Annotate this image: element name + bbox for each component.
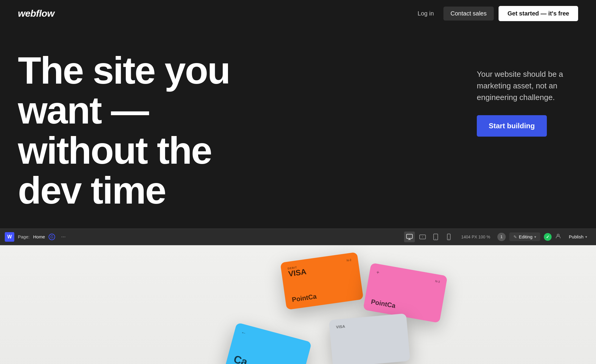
editor-bar: W Page: Home ··· 1404 PX 100 % 1 ✎: [0, 229, 596, 245]
svg-point-2: [422, 237, 423, 237]
hero-headline: The site you want — without the dev time: [18, 51, 262, 211]
logo[interactable]: webflow: [18, 8, 55, 19]
publish-button[interactable]: Publish ▾: [565, 232, 591, 241]
svg-point-6: [448, 239, 449, 239]
hero-right: Your website should be a marketing asset…: [465, 51, 578, 137]
publish-chevron-icon: ▾: [585, 235, 587, 239]
svg-rect-0: [406, 234, 412, 238]
card-orange: DEBIT VISA N-2 PointCa: [280, 252, 364, 310]
refresh-icon[interactable]: [49, 234, 55, 240]
navbar: webflow Log in Contact sales Get started…: [0, 0, 596, 27]
card-plus-icon: +: [376, 269, 380, 276]
card-gray: VISA: [329, 313, 410, 364]
tablet-portrait-viewport-button[interactable]: [430, 232, 441, 242]
card-name-blue: Ca: [232, 353, 298, 364]
cards-container: DEBIT VISA N-2 PointCa + N-3: [218, 245, 486, 364]
card-arrow-icon-blue: ←: [240, 329, 247, 337]
editing-mode-button[interactable]: ✎ Editing ▾: [509, 232, 540, 241]
svg-point-4: [435, 239, 436, 239]
card-blue: ← Ca: [225, 322, 312, 364]
viewport-dimensions: 1404 PX 100 %: [461, 235, 490, 239]
card-number-pink: N-3: [435, 279, 440, 283]
canvas-preview: DEBIT VISA N-2 PointCa + N-3: [0, 245, 596, 364]
editor-right-controls: 1 ✎ Editing ▾ Publish ▾: [497, 232, 591, 241]
chevron-down-icon: ▾: [534, 235, 536, 239]
tablet-landscape-viewport-button[interactable]: [417, 232, 428, 242]
publish-label: Publish: [569, 234, 583, 239]
desktop-viewport-button[interactable]: [404, 232, 415, 242]
webflow-logo-icon[interactable]: W: [5, 232, 14, 242]
start-building-button[interactable]: Start building: [477, 115, 547, 137]
viewport-controls: [404, 232, 454, 242]
card-visa-gray: VISA: [336, 324, 345, 329]
hero-section: The site you want — without the dev time…: [0, 27, 596, 229]
hero-left: The site you want — without the dev time: [18, 51, 465, 211]
canvas-inner: DEBIT VISA N-2 PointCa + N-3: [0, 245, 596, 364]
page-name[interactable]: Home: [33, 234, 45, 239]
page-label: Page:: [18, 234, 30, 239]
more-options-icon[interactable]: ···: [61, 234, 66, 240]
published-status-icon[interactable]: [544, 233, 552, 241]
contact-sales-button[interactable]: Contact sales: [443, 7, 494, 21]
card-number: N-2: [346, 258, 351, 262]
editing-label: Editing: [519, 234, 533, 239]
card-name: PointCa: [291, 287, 356, 304]
person-icon[interactable]: [555, 233, 561, 240]
login-button[interactable]: Log in: [413, 7, 439, 20]
user-count-badge[interactable]: 1: [497, 233, 506, 241]
hero-subtext: Your website should be a marketing asset…: [477, 68, 578, 103]
card-brand-visa: VISA: [288, 268, 307, 278]
pencil-icon: ✎: [513, 235, 517, 239]
get-started-button[interactable]: Get started — it's free: [499, 6, 578, 21]
mobile-viewport-button[interactable]: [443, 232, 454, 242]
nav-right: Log in Contact sales Get started — it's …: [413, 6, 578, 21]
card-pink: + N-3 PointCa: [363, 263, 448, 323]
